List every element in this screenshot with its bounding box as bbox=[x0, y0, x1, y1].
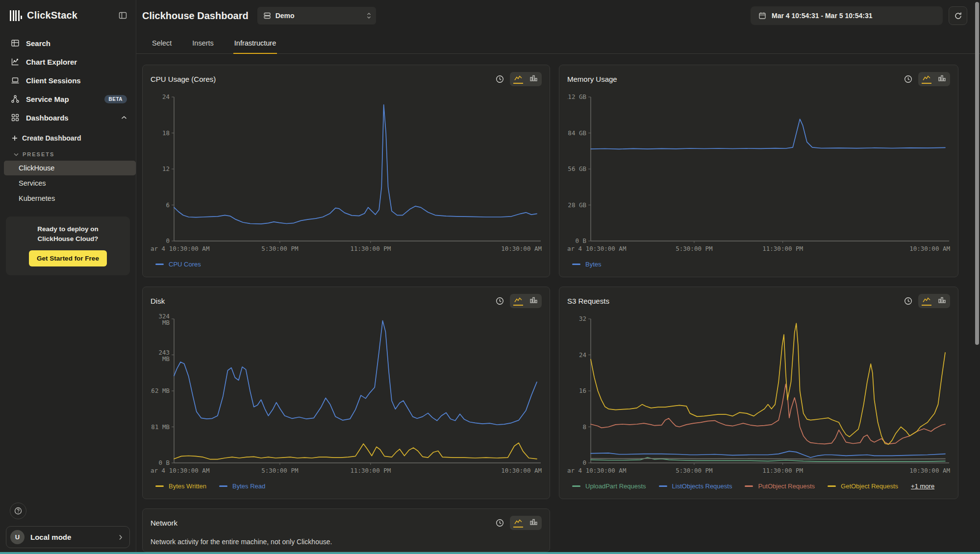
disk-chart[interactable]: 324MB243MB162 MB81 MB0 Bar 4 10:30:00 AM… bbox=[151, 312, 542, 478]
card-title: CPU Usage (Cores) bbox=[151, 75, 216, 83]
collapse-sidebar-button[interactable] bbox=[119, 11, 127, 20]
bar-chart-toggle-button[interactable] bbox=[529, 518, 538, 528]
legend-dash-icon bbox=[155, 485, 164, 487]
svg-text:11:30:00 PM: 11:30:00 PM bbox=[762, 245, 803, 252]
preset-item-clickhouse[interactable]: ClickHouse bbox=[4, 161, 136, 175]
bar-chart-toggle-button[interactable] bbox=[529, 296, 538, 306]
local-mode-menu[interactable]: U Local mode bbox=[6, 526, 130, 548]
line-chart-toggle-button[interactable] bbox=[922, 74, 931, 84]
tab-inserts[interactable]: Inserts bbox=[191, 34, 215, 54]
create-dashboard-button[interactable]: Create Dashboard bbox=[0, 130, 136, 146]
card-title: Network bbox=[151, 519, 177, 527]
scrollbar-thumb[interactable] bbox=[975, 2, 979, 345]
svg-text:24: 24 bbox=[579, 351, 586, 359]
svg-text:0: 0 bbox=[582, 459, 586, 466]
get-started-button[interactable]: Get Started for Free bbox=[29, 250, 107, 266]
line-chart-toggle-button[interactable] bbox=[513, 296, 523, 306]
refresh-icon bbox=[954, 12, 962, 20]
svg-text:ar 4 10:30:00 AM: ar 4 10:30:00 AM bbox=[567, 245, 626, 252]
bar-chart-toggle-button[interactable] bbox=[937, 74, 947, 84]
svg-text:5:30:00 PM: 5:30:00 PM bbox=[676, 245, 712, 252]
plus-icon bbox=[12, 135, 18, 141]
area-chart-icon bbox=[514, 297, 522, 303]
sidebar-item-chart-explorer[interactable]: Chart Explorer bbox=[0, 52, 136, 71]
tab-select[interactable]: Select bbox=[151, 34, 173, 54]
card-title: Memory Usage bbox=[567, 75, 617, 83]
svg-text:0 B: 0 B bbox=[575, 237, 586, 244]
chevron-up-icon bbox=[121, 116, 127, 120]
date-range-picker[interactable]: Mar 4 10:54:31 - Mar 5 10:54:31 bbox=[751, 6, 943, 25]
tab-infrastructure[interactable]: Infrastructure bbox=[233, 34, 277, 54]
memory-usage-chart[interactable]: 112 GB84 GB56 GB28 GB0 Bar 4 10:30:00 AM… bbox=[567, 90, 950, 256]
svg-text:11:30:00 PM: 11:30:00 PM bbox=[350, 467, 391, 474]
chevron-right-icon bbox=[119, 534, 123, 540]
legend-dash-icon bbox=[572, 264, 580, 265]
card-controls bbox=[902, 72, 950, 86]
legend-item[interactable]: Bytes bbox=[572, 261, 602, 268]
cpu-usage-chart[interactable]: 24181260ar 4 10:30:00 AM5:30:00 PM11:30:… bbox=[151, 90, 542, 256]
source-select[interactable]: Demo bbox=[257, 7, 376, 24]
top-bar-right: Mar 4 10:54:31 - Mar 5 10:54:31 bbox=[751, 6, 967, 25]
svg-text:5:30:00 PM: 5:30:00 PM bbox=[676, 467, 712, 474]
bar-chart-toggle-button[interactable] bbox=[937, 296, 947, 306]
line-chart-toggle-button[interactable] bbox=[922, 296, 931, 306]
bar-chart-icon bbox=[530, 297, 537, 303]
legend-item[interactable]: UploadPart Requests bbox=[572, 482, 646, 490]
card-title: S3 Requests bbox=[567, 297, 609, 305]
svg-text:32: 32 bbox=[579, 315, 586, 322]
chart-type-toggle bbox=[918, 72, 950, 86]
chart-type-toggle bbox=[918, 294, 950, 308]
svg-text:24: 24 bbox=[162, 93, 170, 100]
legend-label: Bytes Written bbox=[169, 482, 206, 490]
dashboard-grid: CPU Usage (Cores) bbox=[136, 54, 980, 554]
line-chart-toggle-button[interactable] bbox=[513, 518, 523, 528]
legend-item[interactable]: CPU Cores bbox=[155, 261, 201, 268]
chart-legend: Bytes bbox=[567, 256, 950, 271]
legend-item[interactable]: Bytes Read bbox=[219, 482, 265, 490]
time-settings-button[interactable] bbox=[494, 517, 506, 529]
sidebar-item-search[interactable]: Search bbox=[0, 34, 136, 52]
brand-title: ClickStack bbox=[27, 10, 77, 21]
time-settings-button[interactable] bbox=[902, 73, 914, 85]
chart-legend: Bytes WrittenBytes Read bbox=[151, 478, 542, 493]
service-map-icon bbox=[11, 95, 20, 103]
legend-item[interactable]: PutObject Requests bbox=[745, 482, 815, 490]
preset-item-services[interactable]: Services bbox=[4, 176, 136, 191]
main-area: Clickhouse Dashboard Demo Mar 4 10:54:31… bbox=[136, 0, 980, 554]
legend-more-link[interactable]: +1 more bbox=[911, 482, 934, 490]
svg-text:12: 12 bbox=[162, 165, 170, 172]
time-settings-button[interactable] bbox=[494, 73, 506, 85]
clock-icon bbox=[904, 75, 912, 83]
bar-chart-toggle-button[interactable] bbox=[529, 74, 538, 84]
refresh-button[interactable] bbox=[949, 6, 967, 25]
legend-item[interactable]: ListObjects Requests bbox=[659, 482, 732, 490]
help-button[interactable] bbox=[10, 503, 26, 519]
legend-dash-icon bbox=[659, 485, 667, 487]
svg-text:10:30:00 AM: 10:30:00 AM bbox=[501, 245, 542, 252]
legend-label: CPU Cores bbox=[169, 261, 201, 268]
sidebar-item-client-sessions[interactable]: Client Sessions bbox=[0, 71, 136, 90]
time-settings-button[interactable] bbox=[494, 295, 506, 307]
card-controls bbox=[494, 516, 542, 530]
preset-item-kubernetes[interactable]: Kubernetes bbox=[4, 191, 136, 206]
sidebar-item-dashboards[interactable]: Dashboards bbox=[0, 108, 136, 127]
clock-icon bbox=[496, 297, 504, 305]
legend-item[interactable]: Bytes Written bbox=[155, 482, 206, 490]
presets-section-toggle[interactable]: PRESETS bbox=[0, 146, 136, 160]
chart-type-toggle bbox=[510, 294, 542, 308]
legend-label: PutObject Requests bbox=[758, 482, 815, 490]
chart-legend: UploadPart RequestsListObjects RequestsP… bbox=[567, 478, 950, 493]
sidebar-item-label: Client Sessions bbox=[26, 76, 81, 85]
s3-requests-chart[interactable]: 32241680ar 4 10:30:00 AM5:30:00 PM11:30:… bbox=[567, 312, 950, 478]
legend-item[interactable]: GetObject Requests bbox=[828, 482, 898, 490]
clock-icon bbox=[904, 297, 912, 305]
card-controls bbox=[494, 72, 542, 86]
sidebar-item-label: Search bbox=[26, 39, 50, 48]
sidebar-item-service-map[interactable]: Service Map BETA bbox=[0, 90, 136, 108]
clock-icon bbox=[496, 519, 504, 527]
line-chart-toggle-button[interactable] bbox=[513, 74, 523, 84]
area-chart-icon bbox=[514, 519, 522, 525]
legend-label: Bytes Read bbox=[232, 482, 265, 490]
time-settings-button[interactable] bbox=[902, 295, 914, 307]
svg-text:6: 6 bbox=[166, 201, 170, 209]
